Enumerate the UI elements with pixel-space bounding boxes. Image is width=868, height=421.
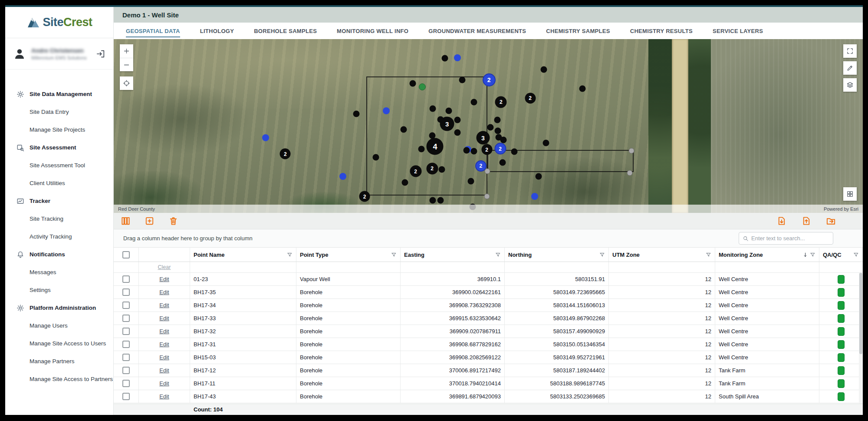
- map-cluster-marker[interactable]: 2: [494, 143, 506, 155]
- map-point-marker[interactable]: [471, 99, 477, 105]
- map-point-marker[interactable]: [418, 146, 425, 152]
- map-point-marker[interactable]: [339, 173, 346, 180]
- map-point-marker[interactable]: [535, 173, 542, 179]
- column-header-edit[interactable]: [139, 248, 190, 262]
- row-checkbox[interactable]: [122, 275, 130, 283]
- qaqc-status-badge[interactable]: [838, 392, 845, 401]
- map-point-marker[interactable]: [454, 129, 461, 136]
- import-file-button[interactable]: [776, 216, 786, 226]
- map-point-marker[interactable]: [468, 178, 474, 184]
- map-point-marker[interactable]: [438, 166, 445, 172]
- sidebar-item-site-tracking[interactable]: Site Tracking: [5, 210, 113, 228]
- column-header-zone[interactable]: Monitoring Zone: [715, 248, 819, 262]
- sidebar-item-manage-site-access-to-users[interactable]: Manage Site Access to Users: [5, 335, 113, 352]
- row-checkbox[interactable]: [122, 288, 130, 296]
- column-header-utm[interactable]: UTM Zone: [609, 248, 715, 262]
- qaqc-status-badge[interactable]: [838, 366, 845, 375]
- map-point-marker[interactable]: [494, 117, 500, 123]
- row-checkbox[interactable]: [122, 367, 130, 374]
- select-all-checkbox[interactable]: [122, 251, 130, 259]
- basemap-gallery-button[interactable]: [843, 187, 857, 201]
- map-point-marker[interactable]: [511, 149, 518, 155]
- map-cluster-marker[interactable]: 2: [495, 96, 507, 108]
- map-cluster-marker[interactable]: 2: [483, 73, 496, 86]
- map-point-marker[interactable]: [430, 105, 436, 112]
- qaqc-status-badge[interactable]: [838, 314, 845, 323]
- map-point-marker[interactable]: [441, 55, 448, 62]
- filter-icon[interactable]: [599, 252, 605, 258]
- map-cluster-marker[interactable]: 2: [280, 149, 291, 159]
- filter-icon[interactable]: [706, 252, 711, 258]
- map-canvas[interactable]: 2222334222222 Red Deer County Powered by…: [114, 39, 863, 213]
- edit-link[interactable]: Edit: [159, 289, 169, 295]
- add-record-button[interactable]: [145, 216, 155, 226]
- sidebar-item-settings[interactable]: Settings: [5, 281, 113, 299]
- column-chooser-button[interactable]: [121, 216, 131, 226]
- qaqc-status-badge[interactable]: [838, 327, 845, 336]
- map-point-marker[interactable]: [579, 86, 586, 92]
- map-point-marker[interactable]: [437, 197, 444, 203]
- sidebar-item-site-data-entry[interactable]: Site Data Entry: [5, 103, 113, 121]
- row-checkbox[interactable]: [122, 328, 130, 335]
- sidebar-item-activity-tracking[interactable]: Activity Tracking: [5, 228, 113, 245]
- delete-record-button[interactable]: [168, 216, 178, 226]
- tab-lithology[interactable]: LITHOLOGY: [200, 23, 234, 39]
- sidebar-item-manage-users[interactable]: Manage Users: [5, 317, 113, 335]
- tab-geospatial-data[interactable]: GEOSPATIAL DATA: [126, 23, 180, 39]
- map-cluster-marker[interactable]: 2: [410, 166, 421, 177]
- map-point-marker[interactable]: [531, 193, 538, 200]
- tab-chemistry-results[interactable]: CHEMISTRY RESULTS: [630, 23, 693, 39]
- map-cluster-marker[interactable]: 3: [476, 131, 490, 145]
- map-point-marker[interactable]: [542, 140, 549, 146]
- column-header-northing[interactable]: Northing: [505, 248, 609, 262]
- map-point-marker[interactable]: [409, 80, 416, 87]
- filter-icon[interactable]: [287, 252, 293, 258]
- edit-link[interactable]: Edit: [159, 328, 169, 335]
- sidebar-section-tracker[interactable]: Tracker: [5, 192, 113, 210]
- map-point-marker[interactable]: [454, 117, 461, 123]
- sidebar-section-notifications[interactable]: Notifications: [5, 245, 113, 263]
- map-point-marker[interactable]: [262, 134, 269, 141]
- qaqc-status-badge[interactable]: [838, 379, 845, 388]
- sidebar-section-site-data-management[interactable]: Site Data Management: [5, 85, 113, 103]
- clear-filter-link[interactable]: Clear: [158, 264, 171, 270]
- sidebar-section-site-assessment[interactable]: Site Assessment: [5, 139, 113, 156]
- map-point-marker[interactable]: [419, 83, 426, 90]
- map-point-marker[interactable]: [463, 147, 470, 154]
- map-point-marker[interactable]: [500, 137, 506, 143]
- qaqc-status-badge[interactable]: [838, 340, 845, 349]
- edit-link[interactable]: Edit: [159, 393, 169, 400]
- row-checkbox[interactable]: [122, 354, 130, 361]
- tab-monitoring-well-info[interactable]: MONITORING WELL INFO: [337, 23, 408, 39]
- map-point-marker[interactable]: [373, 154, 379, 161]
- map-vertex-handle[interactable]: [627, 170, 633, 176]
- map-vertex-handle[interactable]: [485, 169, 490, 174]
- map-point-marker[interactable]: [430, 197, 436, 203]
- filter-icon[interactable]: [853, 252, 859, 258]
- layers-button[interactable]: [843, 78, 857, 92]
- row-checkbox[interactable]: [122, 341, 130, 348]
- map-point-marker[interactable]: [499, 159, 506, 166]
- row-checkbox[interactable]: [122, 393, 130, 400]
- sidebar-item-manage-site-access-to-partners[interactable]: Manage Site Access to Partners: [5, 370, 113, 388]
- group-panel[interactable]: Drag a column header here to group by th…: [114, 229, 863, 248]
- map-point-marker[interactable]: [402, 179, 408, 186]
- qaqc-status-badge[interactable]: [838, 301, 845, 310]
- map-point-marker[interactable]: [459, 77, 465, 83]
- sidebar-item-site-assessment-tool[interactable]: Site Assessment Tool: [5, 156, 113, 174]
- map-cluster-marker[interactable]: 2: [525, 93, 536, 103]
- map-point-marker[interactable]: [353, 111, 360, 117]
- edit-link[interactable]: Edit: [159, 315, 169, 322]
- draw-button[interactable]: [843, 61, 857, 75]
- map-point-marker[interactable]: [445, 107, 452, 114]
- column-header-type[interactable]: Point Type: [296, 248, 401, 262]
- map-point-marker[interactable]: [495, 128, 501, 134]
- map-point-marker[interactable]: [487, 124, 494, 131]
- map-cluster-marker[interactable]: 4: [427, 138, 444, 155]
- sidebar-item-manage-partners[interactable]: Manage Partners: [5, 352, 113, 370]
- qaqc-status-badge[interactable]: [838, 353, 845, 362]
- map-point-marker[interactable]: [383, 107, 390, 114]
- filter-icon[interactable]: [495, 252, 501, 258]
- edit-link[interactable]: Edit: [159, 341, 169, 348]
- sort-desc-icon[interactable]: [802, 252, 808, 258]
